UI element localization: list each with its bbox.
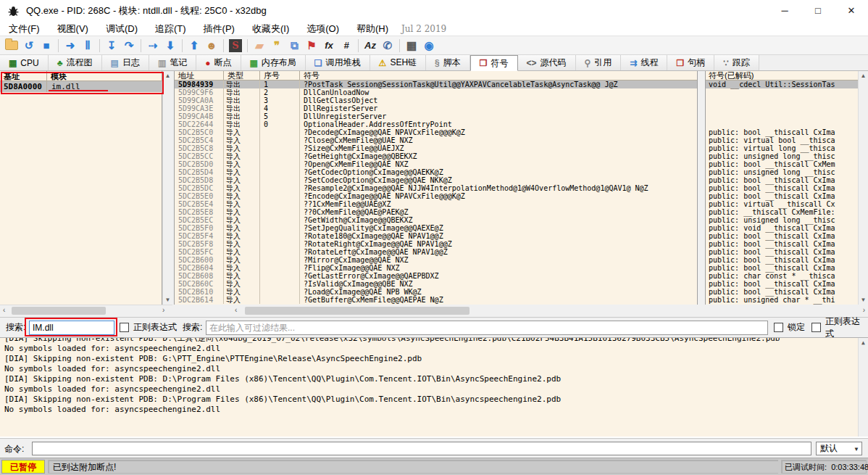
symbol-row[interactable]: 5DC2B5F8导入?RotateRight@CxImage@@QAE_NPAV… [175, 240, 698, 248]
minimize-button[interactable]: ─ [768, 0, 801, 22]
symbol-row[interactable]: 5DC2B60C导入?IsValid@CxImage@@QBE_NXZ [175, 280, 698, 288]
tab-句柄[interactable]: ❒句柄 [667, 55, 714, 70]
strings-icon[interactable]: Az [362, 38, 378, 54]
decoded-symbol[interactable]: public: bool __thiscall CxIma [706, 232, 858, 240]
run-icon[interactable]: ➜ [62, 38, 78, 54]
decoded-symbol[interactable]: public: bool __thiscall CxIma [706, 248, 858, 256]
modules-horizontal-scrollbar[interactable]: ‹ › [0, 305, 172, 315]
menu-item-5[interactable]: 收藏夹(I) [243, 22, 298, 36]
symbol-row[interactable]: 5DC2B600导入?Mirror@CxImage@@QAE_NXZ [175, 256, 698, 264]
decoded-symbol[interactable] [706, 96, 858, 104]
search-input[interactable] [29, 321, 114, 335]
menu-item-4[interactable]: 插件(P) [195, 22, 243, 36]
tab-跟踪[interactable]: ∵跟踪 [714, 55, 759, 70]
decoded-symbol[interactable]: public: unsigned long __thisc [706, 168, 858, 176]
symbol-row[interactable]: 5DC2B5FC导入?RotateLeft@CxImage@@QAE_NPAV1… [175, 248, 698, 256]
trace-into-icon[interactable]: ⇢ [145, 38, 161, 54]
symbol-row[interactable]: 5DC2B604导入?Flip@CxImage@@QAE_NXZ [175, 264, 698, 272]
decoded-symbol[interactable] [706, 88, 858, 96]
tab-CPU[interactable]: ▦CPU [0, 55, 49, 70]
scroll-down-icon[interactable]: ▼ [859, 297, 868, 303]
symbol-row[interactable]: 5DC22644导出0OptionalHeader.AddressOfEntry… [175, 120, 698, 128]
symbol-row[interactable]: 5DC2B5C8导入?Size@CxMemFile@@UAEJXZ [175, 144, 698, 152]
regex-checkbox[interactable] [120, 323, 129, 332]
pause-icon[interactable]: Ⅱ [80, 38, 96, 54]
tab-笔记[interactable]: ▥笔记 [149, 55, 196, 70]
symbol-row[interactable]: 5DC2B5DC导入?Resample2@CxImage@@QAE_NJJW4I… [175, 184, 698, 192]
restart-icon[interactable]: ↺ [21, 38, 37, 54]
scroll-thumb[interactable] [245, 307, 470, 315]
symbol-row[interactable]: 5DC2B5D0导入?Open@CxMemFile@@QAE_NXZ [175, 160, 698, 168]
decoded-symbol[interactable] [706, 120, 858, 128]
calculator-icon[interactable]: ▦ [404, 38, 420, 54]
step-over-icon[interactable]: ↷ [121, 38, 137, 54]
functions-icon[interactable]: fx [321, 38, 337, 54]
maximize-button[interactable]: □ [801, 0, 835, 22]
symbol-row[interactable]: 5DC2B5F4导入?Rotate180@CxImage@@QAE_NPAV1@… [175, 232, 698, 240]
tab-线程[interactable]: ⇉线程 [621, 55, 667, 70]
decoded-symbol[interactable]: public: bool __thiscall CxMem [706, 160, 858, 168]
decoded-symbol[interactable]: public: bool __thiscall CxIma [706, 280, 858, 288]
decoded-symbol[interactable] [706, 112, 858, 120]
source-icon[interactable]: S [228, 38, 243, 54]
decoded-symbol[interactable]: public: virtual bool __thisca [706, 136, 858, 144]
decoded-symbol[interactable]: public: void __thiscall CxIma [706, 224, 858, 232]
symbol-row[interactable]: 5DC2B5E0导入?Encode@CxImage@@QAE_NPAVCxFil… [175, 192, 698, 200]
symbol-row[interactable]: 5DC2B5CC导入?GetHeight@CxImage@@QBEKXZ [175, 152, 698, 160]
menu-item-2[interactable]: 调试(D) [97, 22, 146, 36]
attach-icon[interactable]: ☻ [204, 38, 220, 54]
symbol-row[interactable]: 5DC2B5F0导入?SetJpegQuality@CxImage@@QAEXE… [175, 224, 698, 232]
symbols-horizontal-scrollbar[interactable]: ‹ › [232, 305, 868, 317]
tab-引用[interactable]: ⚲引用 [576, 55, 622, 70]
step-into-icon[interactable]: ↧ [104, 38, 120, 54]
symbol-row[interactable]: 5DC2B614导入?GetBuffer@CxMemFile@@QAEPAE_N… [175, 296, 698, 304]
decoded-symbol[interactable]: public: bool __thiscall CxIma [706, 256, 858, 264]
symbol-row[interactable]: 5DC2B5EC导入?GetWidth@CxImage@@QBEKXZ [175, 216, 698, 224]
decoded-symbol[interactable]: public: __thiscall CxMemFile: [706, 208, 858, 216]
hash-icon[interactable]: # [338, 38, 354, 54]
regex2-checkbox[interactable] [811, 323, 821, 332]
decoded-symbol[interactable]: public: char const * __thisca [706, 272, 858, 280]
scroll-right-icon[interactable]: › [863, 306, 865, 314]
command-input[interactable] [32, 442, 811, 455]
decoded-symbol[interactable]: public: virtual __thiscall Cx [706, 200, 858, 208]
decoded-symbol[interactable]: public: unsigned long __thisc [706, 216, 858, 224]
scroll-up-icon[interactable]: ▲ [859, 339, 868, 346]
tab-符号[interactable]: ❒符号 [470, 55, 518, 71]
patch-icon[interactable]: ▰ [251, 38, 267, 54]
symbol-row[interactable]: 5DC2B5C0导入?Decode@CxImage@@QAE_NPAVCxFil… [175, 128, 698, 136]
symbol-row[interactable]: 5DC2B5E8导入??0CxMemFile@@QAE@PAEK@Z [175, 208, 698, 216]
command-profile-select[interactable]: 默认 ▼ [816, 442, 862, 455]
decoded-symbol[interactable]: public: bool __thiscall CxIma [706, 264, 858, 272]
scroll-up-icon[interactable]: ▲ [163, 73, 172, 79]
symbol-row[interactable]: 5D99C9F6导出2DllCanUnloadNow [175, 88, 698, 96]
tab-源代码[interactable]: <>源代码 [518, 55, 576, 70]
symbol-row[interactable]: 5D99CA0A导出3DllGetClassObject [175, 96, 698, 104]
decoded-symbol[interactable]: public: unsigned long __thisc [706, 152, 858, 160]
menu-item-6[interactable]: 选项(O) [298, 22, 348, 36]
tab-SEH链[interactable]: ⚠SEH链 [370, 55, 426, 70]
symbol-row[interactable]: 5DC2B610导入?Load@CxImage@@QAE_NPB_WK@Z [175, 288, 698, 296]
tab-流程图[interactable]: ♣流程图 [49, 55, 102, 70]
globe-icon[interactable]: ◉ [421, 38, 437, 54]
tab-脚本[interactable]: §脚本 [426, 55, 470, 70]
decoded-symbol[interactable]: public: bool __thiscall CxIma [706, 128, 858, 136]
symbol-row[interactable]: 5DC2B5D8导入?SetCodecOption@CxImage@@QAE_N… [175, 176, 698, 184]
decoded-symbol[interactable] [706, 104, 858, 112]
labels-icon[interactable]: ⧉ [286, 38, 302, 54]
menu-item-7[interactable]: 帮助(H) [348, 22, 397, 36]
scroll-thumb[interactable] [12, 307, 106, 315]
tab-调用堆栈[interactable]: ❏调用堆栈 [306, 55, 370, 70]
module-row[interactable]: 5D8A0000im.dll [0, 81, 162, 92]
call-sequence-icon[interactable]: ✆ [380, 38, 396, 54]
symbol-row[interactable]: 5DC2B5C4导入?Close@CxMemFile@@UAE_NXZ [175, 136, 698, 144]
decoded-symbol[interactable]: public: unsigned char * __thi [706, 296, 858, 304]
log-vertical-scrollbar[interactable]: ▲ [858, 338, 868, 437]
tab-日志[interactable]: ▤日志 [102, 55, 149, 70]
stop-icon[interactable]: ■ [38, 38, 54, 54]
scroll-left-icon[interactable]: ‹ [235, 306, 237, 314]
decoded-symbol[interactable]: public: bool __thiscall CxIma [706, 288, 858, 296]
lock-checkbox[interactable] [774, 323, 783, 332]
comments-icon[interactable]: ❞ [269, 38, 285, 54]
execute-till-return-icon[interactable]: ⬆ [186, 38, 202, 54]
